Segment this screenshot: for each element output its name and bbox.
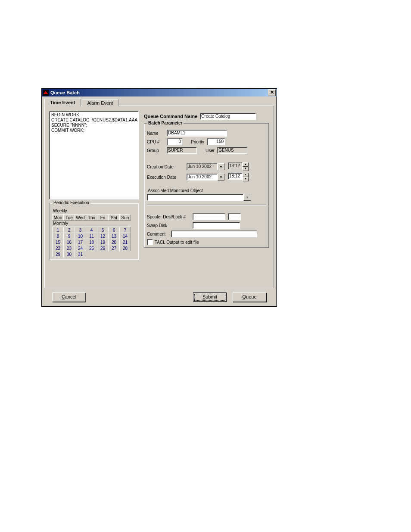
monthday-17[interactable]: 17 bbox=[75, 239, 86, 245]
execution-time-up-icon[interactable]: ▲ bbox=[243, 173, 249, 177]
associated-object-dropdown-icon[interactable]: ▼ bbox=[243, 194, 251, 201]
weekday-wed[interactable]: Wed bbox=[75, 214, 86, 221]
app-icon bbox=[43, 90, 49, 96]
weekday-mon[interactable]: Mon bbox=[52, 214, 64, 221]
close-button[interactable]: ✕ bbox=[268, 89, 276, 96]
monthday-22[interactable]: 22 bbox=[52, 245, 64, 251]
queue-button-rest: ueue bbox=[246, 294, 256, 299]
script-textarea[interactable]: BEGIN WORK; CREATE CATALOG \GENUS2.$DATA… bbox=[49, 111, 139, 199]
creation-date-value: Jun 10 2002 bbox=[187, 163, 218, 170]
batch-parameter-legend: Batch Parameter bbox=[147, 121, 184, 125]
cancel-button-rest: ancel bbox=[65, 294, 76, 299]
monthday-30[interactable]: 30 bbox=[63, 251, 75, 257]
user-input[interactable]: GENUS bbox=[217, 147, 247, 154]
monthday-1[interactable]: 1 bbox=[52, 227, 64, 233]
monthday-10[interactable]: 10 bbox=[75, 233, 86, 239]
right-column: Queue Command Name Create Catalog Batch … bbox=[144, 111, 269, 260]
monthday-29[interactable]: 29 bbox=[52, 251, 64, 257]
execution-date-dropdown-icon[interactable]: ▼ bbox=[218, 174, 224, 180]
monthday-20[interactable]: 20 bbox=[108, 239, 120, 245]
tacl-output-checkbox[interactable]: TACL Output to edit file bbox=[147, 239, 266, 245]
submit-button[interactable]: Submit bbox=[193, 292, 227, 302]
weekday-thu[interactable]: Thu bbox=[86, 214, 97, 221]
swap-disk-label: Swap Disk bbox=[147, 223, 190, 228]
comment-label: Comment bbox=[147, 232, 168, 236]
associated-object-value bbox=[147, 194, 243, 201]
batch-parameter-group: Batch Parameter Name DBAML1 CPU # 0 Prio… bbox=[144, 123, 269, 248]
monthday-16[interactable]: 16 bbox=[63, 239, 75, 245]
execution-date-picker[interactable]: Jun 10 2002 ▼ bbox=[187, 174, 224, 180]
tab-alarm-event[interactable]: Alarm Event bbox=[82, 99, 119, 106]
monthday-28[interactable]: 28 bbox=[119, 245, 131, 251]
creation-date-label: Creation Date bbox=[147, 165, 184, 169]
monthday-15[interactable]: 15 bbox=[52, 239, 64, 245]
monthly-label: Monthly bbox=[53, 221, 136, 226]
checkbox-box-icon bbox=[147, 239, 153, 245]
spooler-lock-input[interactable] bbox=[228, 213, 241, 220]
weekday-tue[interactable]: Tue bbox=[63, 214, 75, 221]
tabstrip: Time Event Alarm Event bbox=[44, 98, 274, 106]
creation-date-picker[interactable]: Jun 10 2002 ▼ bbox=[187, 163, 224, 170]
monthday-7[interactable]: 7 bbox=[119, 227, 131, 233]
comment-input[interactable] bbox=[171, 230, 257, 237]
spooler-dest-input[interactable] bbox=[193, 213, 225, 220]
monthday-6[interactable]: 6 bbox=[108, 227, 120, 233]
submit-button-rest: ubmit bbox=[206, 294, 217, 299]
priority-input[interactable]: 150 bbox=[207, 138, 225, 145]
execution-date-value: Jun 10 2002 bbox=[187, 174, 218, 180]
queue-batch-window: Queue Batch ✕ Time Event Alarm Event BEG… bbox=[41, 88, 277, 307]
spooler-label: Spooler Dest/Lock # bbox=[147, 215, 190, 219]
creation-time-value: 18:12 bbox=[228, 162, 243, 169]
execution-date-label: Execution Date bbox=[147, 175, 184, 180]
weekly-daystrip: Mon Tue Wed Thu Fri Sat Sun bbox=[52, 214, 136, 220]
monthday-13[interactable]: 13 bbox=[108, 233, 120, 239]
monthday-2[interactable]: 2 bbox=[63, 227, 75, 233]
monthday-19[interactable]: 19 bbox=[97, 239, 109, 245]
monthday-21[interactable]: 21 bbox=[119, 239, 131, 245]
weekday-fri[interactable]: Fri bbox=[97, 214, 109, 221]
monthday-12[interactable]: 12 bbox=[97, 233, 109, 239]
name-input[interactable]: DBAML1 bbox=[167, 130, 227, 137]
client-area: Time Event Alarm Event BEGIN WORK; CREAT… bbox=[42, 96, 277, 306]
monthday-27[interactable]: 27 bbox=[108, 245, 120, 251]
weekday-sun[interactable]: Sun bbox=[119, 214, 131, 221]
monthday-24[interactable]: 24 bbox=[75, 245, 86, 251]
queue-command-name-input[interactable]: Create Catalog bbox=[200, 113, 256, 120]
monthday-25[interactable]: 25 bbox=[86, 245, 97, 251]
group-label: Group bbox=[147, 148, 164, 153]
monthday-14[interactable]: 14 bbox=[119, 233, 131, 239]
cpu-input[interactable]: 0 bbox=[167, 138, 182, 145]
execution-time-down-icon[interactable]: ▼ bbox=[243, 177, 249, 181]
titlebar[interactable]: Queue Batch ✕ bbox=[42, 89, 277, 96]
periodic-execution-legend: Periodic Execution bbox=[52, 200, 90, 205]
weekday-sat[interactable]: Sat bbox=[108, 214, 120, 221]
window-title: Queue Batch bbox=[50, 90, 268, 95]
associated-object-label: Associated Monitored Object bbox=[148, 188, 266, 193]
monthday-26[interactable]: 26 bbox=[97, 245, 109, 251]
name-label: Name bbox=[147, 131, 164, 136]
monthly-grid: 1 2 3 4 5 6 7 8 9 10 11 12 13 bbox=[52, 227, 131, 257]
queue-button[interactable]: Queue bbox=[233, 292, 266, 302]
monthday-9[interactable]: 9 bbox=[63, 233, 75, 239]
tab-panel-time-event: BEGIN WORK; CREATE CATALOG \GENUS2.$DATA… bbox=[44, 106, 274, 288]
creation-time-up-icon[interactable]: ▲ bbox=[243, 162, 249, 167]
tab-time-event[interactable]: Time Event bbox=[44, 99, 81, 106]
monthday-4[interactable]: 4 bbox=[86, 227, 97, 233]
monthday-11[interactable]: 11 bbox=[86, 233, 97, 239]
user-label: User bbox=[206, 148, 215, 153]
cancel-button[interactable]: Cancel bbox=[52, 292, 86, 302]
group-input[interactable]: SUPER bbox=[167, 147, 197, 154]
creation-time-spinner[interactable]: 18:12 ▲▼ bbox=[228, 162, 249, 171]
execution-time-value: 18:12 bbox=[228, 173, 243, 180]
swap-disk-input[interactable] bbox=[193, 222, 240, 229]
monthday-5[interactable]: 5 bbox=[97, 227, 109, 233]
monthday-31[interactable]: 31 bbox=[75, 251, 86, 257]
monthday-18[interactable]: 18 bbox=[86, 239, 97, 245]
monthday-8[interactable]: 8 bbox=[52, 233, 64, 239]
creation-date-dropdown-icon[interactable]: ▼ bbox=[218, 163, 224, 170]
associated-object-select[interactable]: ▼ bbox=[147, 194, 251, 201]
execution-time-spinner[interactable]: 18:12 ▲▼ bbox=[228, 173, 249, 181]
creation-time-down-icon[interactable]: ▼ bbox=[243, 167, 249, 171]
monthday-3[interactable]: 3 bbox=[75, 227, 86, 233]
monthday-23[interactable]: 23 bbox=[63, 245, 75, 251]
